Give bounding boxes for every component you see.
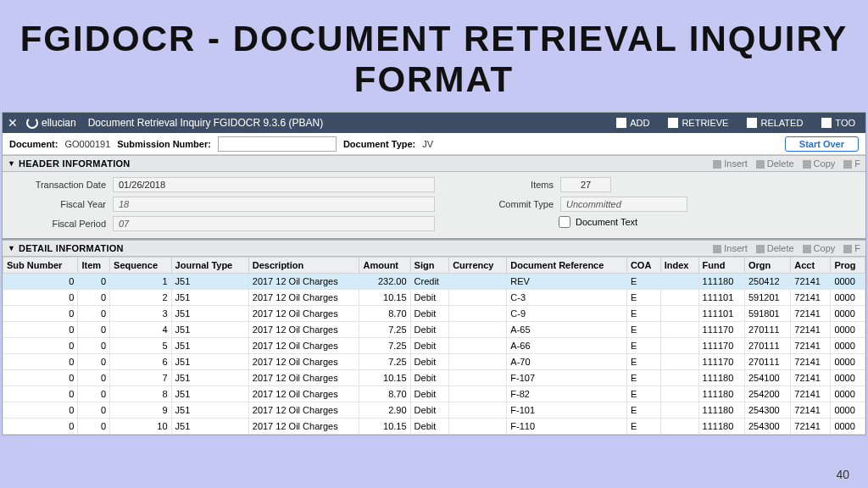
table-row[interactable]: 0010J512017 12 Oil Charges10.15DebitF-11… [3, 419, 865, 435]
table-row[interactable]: 007J512017 12 Oil Charges10.15DebitF-107… [3, 370, 865, 386]
add-icon [616, 118, 626, 128]
cell-amount: 8.70 [359, 386, 410, 402]
fiscal-period-field[interactable]: 07 [113, 216, 435, 231]
related-icon [747, 118, 757, 128]
cell-coa: E [626, 419, 660, 435]
column-header[interactable]: Amount [359, 258, 410, 274]
document-text-checkbox[interactable] [559, 216, 570, 228]
insert-label: Insert [724, 243, 748, 253]
caret-down-icon[interactable]: ▼ [8, 244, 15, 252]
filter-icon [843, 160, 852, 169]
cell-prog: 0000 [831, 290, 865, 306]
cell-docref: F-110 [507, 419, 627, 435]
table-row[interactable]: 006J512017 12 Oil Charges7.25DebitA-70E1… [3, 354, 865, 370]
copy-button[interactable]: Copy [803, 243, 836, 253]
cell-amount: 10.15 [359, 419, 410, 435]
cell-orgn: 250412 [744, 274, 790, 290]
table-row[interactable]: 008J512017 12 Oil Charges8.70DebitF-82E1… [3, 386, 865, 402]
column-header[interactable]: Journal Type [171, 258, 248, 274]
fiscal-year-field[interactable]: 18 [113, 197, 435, 212]
gear-icon [821, 118, 832, 128]
copy-label: Copy [814, 243, 836, 253]
close-icon[interactable]: ✕ [8, 116, 18, 130]
cell-sub: 0 [3, 402, 78, 419]
app-window: ✕ ellucian Document Retrieval Inquiry FG… [2, 112, 866, 435]
cell-seq: 2 [110, 290, 172, 306]
column-header[interactable]: Sequence [110, 258, 172, 274]
cell-seq: 5 [110, 338, 172, 354]
column-header[interactable]: Prog [831, 258, 865, 274]
cell-sub: 0 [3, 370, 78, 386]
table-row[interactable]: 005J512017 12 Oil Charges7.25DebitA-66E1… [3, 338, 865, 354]
table-row[interactable]: 002J512017 12 Oil Charges10.15DebitC-3E1… [3, 290, 865, 306]
detail-section-title: DETAIL INFORMATION [19, 243, 124, 253]
column-header[interactable]: Index [660, 258, 698, 274]
cell-coa: E [626, 354, 660, 370]
cell-coa: E [626, 322, 660, 338]
cell-seq: 10 [110, 419, 172, 435]
cell-sign: Debit [410, 306, 449, 322]
column-header[interactable]: Sign [410, 258, 449, 274]
insert-button[interactable]: Insert [713, 243, 748, 253]
column-header[interactable]: Sub Number [3, 258, 78, 274]
cell-amount: 10.15 [359, 370, 410, 386]
column-header[interactable]: Currency [449, 258, 507, 274]
cell-orgn: 254300 [744, 419, 790, 435]
table-header-row: Sub NumberItemSequenceJournal TypeDescri… [3, 258, 865, 274]
table-row[interactable]: 009J512017 12 Oil Charges2.90DebitF-101E… [3, 402, 865, 419]
retrieve-button[interactable]: RETRIEVE [663, 118, 733, 128]
filter-button[interactable]: F [843, 243, 860, 253]
add-button[interactable]: ADD [611, 118, 654, 128]
section-tools: Insert Delete Copy F [713, 243, 860, 253]
cell-prog: 0000 [831, 370, 865, 386]
delete-button[interactable]: Delete [756, 243, 794, 253]
cell-seq: 1 [110, 274, 172, 290]
filter-button[interactable]: F [843, 158, 860, 169]
start-over-button[interactable]: Start Over [785, 136, 859, 152]
cell-jtype: J51 [171, 274, 248, 290]
cell-docref: A-70 [507, 354, 627, 370]
cell-orgn: 254100 [744, 370, 790, 386]
cell-jtype: J51 [171, 322, 248, 338]
cell-index [660, 419, 698, 435]
delete-button[interactable]: Delete [756, 158, 794, 169]
column-header[interactable]: Description [248, 258, 359, 274]
insert-button[interactable]: Insert [713, 158, 748, 169]
cell-desc: 2017 12 Oil Charges [248, 386, 359, 402]
commit-type-field[interactable]: Uncommitted [560, 197, 687, 212]
column-header[interactable]: Item [78, 258, 110, 274]
cell-prog: 0000 [831, 354, 865, 370]
transaction-date-label: Transaction Date [13, 180, 106, 190]
submission-input[interactable] [218, 136, 337, 152]
cell-prog: 0000 [831, 419, 865, 435]
table-row[interactable]: 003J512017 12 Oil Charges8.70DebitC-9E11… [3, 306, 865, 322]
items-field[interactable]: 27 [560, 177, 611, 192]
cell-coa: E [626, 402, 660, 419]
column-header[interactable]: Fund [698, 258, 744, 274]
column-header[interactable]: Acct [791, 258, 831, 274]
cell-fund: 111170 [698, 322, 744, 338]
brand-swirl-icon [26, 117, 38, 129]
caret-down-icon[interactable]: ▼ [8, 159, 15, 168]
cell-fund: 111170 [698, 354, 744, 370]
cell-sub: 0 [3, 386, 78, 402]
transaction-date-field[interactable]: 01/26/2018 [113, 177, 435, 192]
cell-item: 0 [78, 290, 110, 306]
cell-curr [449, 370, 507, 386]
table-row[interactable]: 001J512017 12 Oil Charges232.00CreditREV… [3, 274, 865, 290]
table-row[interactable]: 004J512017 12 Oil Charges7.25DebitA-65E1… [3, 322, 865, 338]
column-header[interactable]: COA [626, 258, 660, 274]
column-header[interactable]: Document Reference [507, 258, 627, 274]
column-header[interactable]: Orgn [744, 258, 790, 274]
cell-fund: 111180 [698, 370, 744, 386]
cell-acct: 72141 [791, 306, 831, 322]
cell-sub: 0 [3, 274, 78, 290]
copy-button[interactable]: Copy [803, 158, 836, 169]
cell-item: 0 [78, 386, 110, 402]
related-button[interactable]: RELATED [742, 118, 808, 128]
commit-type-label: Commit Type [486, 199, 554, 209]
tools-button[interactable]: TOO [816, 118, 860, 128]
cell-fund: 111180 [698, 386, 744, 402]
slide-title: FGIDOCR - DOCUMENT RETRIEVAL INQUIRY FOR… [0, 0, 868, 112]
cell-coa: E [626, 338, 660, 354]
